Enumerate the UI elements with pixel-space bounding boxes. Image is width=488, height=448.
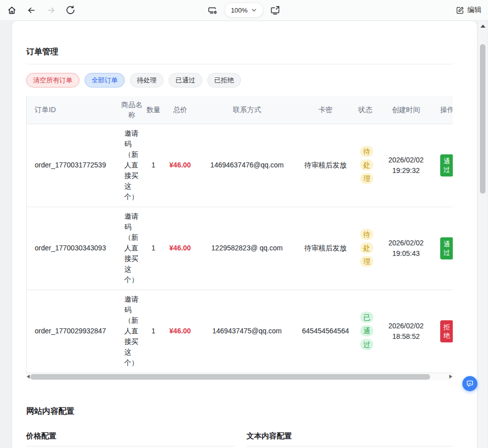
cell-actions: 拒绝 xyxy=(435,290,453,373)
main-content-card: 订单管理 清空所有订单 全部订单 待处理 已通过 已拒绝 订单ID 商品名称 数… xyxy=(12,21,477,448)
header-contact: 联系方式 xyxy=(197,96,297,124)
text-config-divider xyxy=(247,446,453,446)
header-order-id: 订单ID xyxy=(27,96,120,124)
cell-price: ¥46.00 xyxy=(164,207,197,290)
order-filter-bar: 清空所有订单 全部订单 待处理 已通过 已拒绝 xyxy=(26,73,453,87)
edit-button[interactable]: 编辑 xyxy=(456,6,481,15)
cell-product: 邀请码（新人直接买这个） xyxy=(120,290,143,373)
edit-pencil-icon xyxy=(456,6,464,15)
approve-order-button[interactable]: 通过 xyxy=(440,237,453,259)
cell-price: ¥46.00 xyxy=(164,124,197,207)
cell-product: 邀请码（新人直接买这个） xyxy=(120,207,143,290)
orders-table-container: 订单ID 商品名称 数量 总价 联系方式 卡密 状态 创建时间 操作 order… xyxy=(26,96,453,373)
refresh-icon[interactable] xyxy=(65,5,75,15)
header-card-key: 卡密 xyxy=(297,96,354,124)
scroll-right-arrow-icon[interactable] xyxy=(449,375,452,379)
page-title: 订单管理 xyxy=(26,46,453,58)
horizontal-scrollbar-thumb[interactable] xyxy=(30,374,430,380)
table-horizontal-scrollbar[interactable] xyxy=(26,373,453,381)
top-toolbar: 0 100% 编辑 xyxy=(0,0,488,20)
filter-all-orders-button[interactable]: 全部订单 xyxy=(85,73,125,87)
chat-bubble-icon xyxy=(466,380,474,388)
table-row: order_1770029932847 邀请码（新人直接买这个） 1 ¥46.0… xyxy=(27,290,453,373)
orders-table: 订单ID 商品名称 数量 总价 联系方式 卡密 状态 创建时间 操作 order… xyxy=(27,96,453,373)
toolbar-nav-group xyxy=(7,5,75,15)
forward-arrow-icon[interactable] xyxy=(46,5,56,15)
cell-order-id: order_1770031772539 xyxy=(27,124,120,207)
cell-product: 邀请码（新人直接买这个） xyxy=(120,124,143,207)
table-row: order_1770031772539 邀请码（新人直接买这个） 1 ¥46.0… xyxy=(27,124,453,207)
cell-status: 待处理 xyxy=(354,124,377,207)
page-vertical-scrollbar[interactable] xyxy=(478,21,487,448)
scroll-up-arrow-icon[interactable] xyxy=(480,25,485,28)
price-config-divider xyxy=(26,446,235,446)
zoom-level-dropdown[interactable]: 100% xyxy=(224,3,264,18)
cell-status: 待处理 xyxy=(354,207,377,290)
filter-pending-button[interactable]: 待处理 xyxy=(130,73,164,87)
cell-card-key: 待审核后发放 xyxy=(297,124,354,207)
cell-created: 2026/02/02 19:05:43 xyxy=(377,207,435,290)
edit-button-label: 编辑 xyxy=(467,6,481,15)
header-quantity: 数量 xyxy=(143,96,164,124)
config-columns: 价格配置 文本内容配置 xyxy=(26,430,453,446)
scroll-left-arrow-icon[interactable] xyxy=(27,375,30,379)
cell-quantity: 1 xyxy=(143,124,164,207)
cell-created: 2026/02/02 19:29:32 xyxy=(377,124,435,207)
cell-actions: 通过 xyxy=(435,124,453,207)
status-badge: 已通过 xyxy=(360,312,373,350)
cell-card-key: 待审核后发放 xyxy=(297,207,354,290)
device-preview-icon[interactable]: 0 xyxy=(208,5,218,15)
status-badge: 待处理 xyxy=(360,229,373,267)
cell-order-id: order_1770029932847 xyxy=(27,290,120,373)
cell-card-key: 645454564564 xyxy=(297,290,354,373)
filter-rejected-button[interactable]: 已拒绝 xyxy=(207,73,241,87)
chat-fab-button[interactable] xyxy=(462,376,477,391)
approve-order-button[interactable]: 通过 xyxy=(440,154,453,176)
cell-status: 已通过 xyxy=(354,290,377,373)
back-arrow-icon[interactable] xyxy=(26,5,36,15)
chevron-down-icon xyxy=(251,7,257,13)
cell-quantity: 1 xyxy=(143,207,164,290)
text-config-column: 文本内容配置 xyxy=(247,430,453,446)
open-in-window-icon[interactable] xyxy=(270,5,280,15)
header-product: 商品名称 xyxy=(120,96,143,124)
cell-contact: 1229582823@ qq.com xyxy=(197,207,297,290)
home-icon[interactable] xyxy=(7,5,17,15)
site-config-section-title: 网站内容配置 xyxy=(26,405,453,417)
cell-contact: 1469437475@qq.com xyxy=(197,290,297,373)
status-badge: 待处理 xyxy=(360,146,373,184)
cell-actions: 通过 xyxy=(435,207,453,290)
header-price: 总价 xyxy=(164,96,197,124)
filter-approved-button[interactable]: 已通过 xyxy=(169,73,202,87)
vertical-scrollbar-thumb[interactable] xyxy=(480,44,485,194)
text-config-title: 文本内容配置 xyxy=(247,430,453,441)
title-divider xyxy=(26,64,453,64)
cell-price: ¥46.00 xyxy=(164,290,197,373)
table-header-row: 订单ID 商品名称 数量 总价 联系方式 卡密 状态 创建时间 操作 xyxy=(27,96,453,124)
cell-contact: 14694637476@qq.com xyxy=(197,124,297,207)
price-config-title: 价格配置 xyxy=(26,430,235,441)
table-row: order_1770030343093 邀请码（新人直接买这个） 1 ¥46.0… xyxy=(27,207,453,290)
price-config-column: 价格配置 xyxy=(26,430,235,446)
cell-created: 2026/02/02 18:58:52 xyxy=(377,290,435,373)
zoom-level-value: 100% xyxy=(231,7,248,14)
reject-order-button[interactable]: 拒绝 xyxy=(440,320,453,342)
toolbar-view-group: 0 100% xyxy=(208,3,280,18)
clear-all-orders-button[interactable]: 清空所有订单 xyxy=(26,73,79,87)
header-created: 创建时间 xyxy=(377,96,435,124)
cell-quantity: 1 xyxy=(143,290,164,373)
header-status: 状态 xyxy=(354,96,377,124)
header-actions: 操作 xyxy=(435,96,453,124)
svg-text:0: 0 xyxy=(214,10,217,15)
cell-order-id: order_1770030343093 xyxy=(27,207,120,290)
